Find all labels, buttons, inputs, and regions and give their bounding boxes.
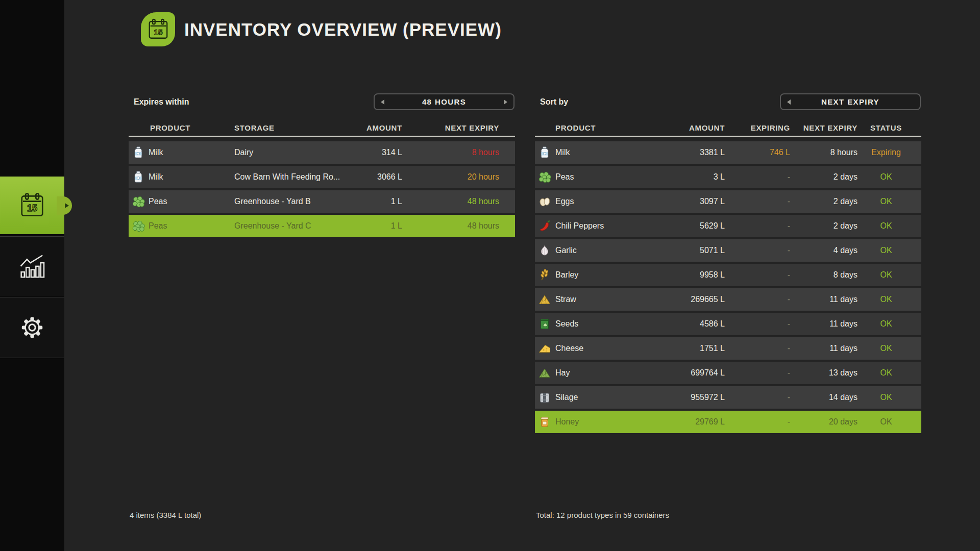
straw-icon — [538, 293, 551, 306]
expiring-value: - — [788, 386, 790, 409]
product-row-silage[interactable]: Silage955972 L-14 daysOK — [535, 386, 921, 409]
product-name: Garlic — [555, 239, 577, 262]
amount-value: 9958 L — [700, 264, 725, 286]
expiry-table-header: PRODUCTSTORAGEAMOUNTNEXT EXPIRY — [129, 122, 515, 134]
expiry-row-milk[interactable]: MilkCow Barn With Feeding Ro...3066 L20 … — [129, 166, 515, 188]
amount-value: 269665 L — [691, 288, 725, 311]
expiring-value: - — [788, 313, 790, 335]
product-row-eggs[interactable]: Eggs3097 L-2 daysOK — [535, 190, 921, 213]
next-expiry-value: 20 hours — [468, 166, 499, 188]
status-badge: OK — [866, 362, 906, 384]
next-expiry-value: 8 hours — [830, 141, 857, 164]
product-name: Silage — [555, 386, 578, 409]
calendar-icon: 15 — [18, 192, 46, 219]
product-name: Straw — [555, 288, 576, 311]
column-header-status: STATUS — [866, 122, 906, 134]
product-row-seeds[interactable]: Seeds4586 L-11 daysOK — [535, 313, 921, 335]
column-header-amount: AMOUNT — [366, 122, 402, 134]
next-expiry-value: 11 days — [829, 288, 857, 311]
expiry-row-peas[interactable]: PeasGreenhouse - Yard C1 L48 hours — [129, 215, 515, 237]
sidebar: 15 — [0, 0, 64, 551]
sort-by-selector[interactable]: NEXT EXPIRY — [780, 93, 921, 110]
status-badge: OK — [866, 337, 906, 360]
column-header-amount: AMOUNT — [689, 122, 725, 134]
storage-name: Greenhouse - Yard C — [234, 215, 311, 237]
expires-within-selector[interactable]: 48 HOURS — [374, 93, 514, 110]
status-badge: OK — [866, 166, 906, 188]
amount-value: 1 L — [391, 190, 402, 213]
product-name: Chili Peppers — [555, 215, 604, 237]
product-row-cheese[interactable]: Cheese1751 L-11 daysOK — [535, 337, 921, 360]
expiry-table-summary: 4 items (3384 L total) — [130, 511, 201, 519]
product-row-honey[interactable]: Honey29769 L-20 daysOK — [535, 411, 921, 433]
product-row-garlic[interactable]: Garlic5071 L-4 daysOK — [535, 239, 921, 262]
expires-within-label: Expires within — [134, 93, 189, 110]
selector-prev-icon[interactable] — [787, 99, 791, 105]
peas-icon — [132, 219, 145, 233]
status-badge: OK — [866, 313, 906, 335]
sidebar-tab-statistics[interactable] — [0, 236, 64, 296]
next-expiry-value: 8 hours — [472, 141, 499, 164]
amount-value: 3 L — [714, 166, 725, 188]
expiring-value: - — [788, 288, 790, 311]
silage-icon — [538, 391, 551, 404]
expiry-row-milk[interactable]: MilkDairy314 L8 hours — [129, 141, 515, 164]
expiring-value: - — [788, 337, 790, 360]
product-row-peas[interactable]: Peas3 L-2 daysOK — [535, 166, 921, 188]
product-name: Hay — [555, 362, 570, 384]
amount-value: 3097 L — [700, 190, 725, 213]
next-expiry-value: 2 days — [834, 215, 857, 237]
products-table-summary: Total: 12 product types in 59 containers — [536, 511, 669, 519]
product-name: Milk — [555, 141, 570, 164]
product-row-milk[interactable]: Milk3381 L746 L8 hoursExpiring — [535, 141, 921, 164]
next-expiry-value: 2 days — [834, 166, 857, 188]
header-divider — [535, 136, 921, 137]
next-expiry-value: 14 days — [829, 386, 857, 409]
honey-icon — [538, 415, 551, 429]
next-expiry-value: 48 hours — [468, 190, 499, 213]
next-expiry-value: 48 hours — [468, 215, 499, 237]
amount-value: 1751 L — [700, 337, 725, 360]
expiring-value: - — [788, 362, 790, 384]
column-header-next-expiry: NEXT EXPIRY — [803, 122, 857, 134]
gear-icon — [18, 314, 46, 341]
products-table-header: PRODUCTAMOUNTEXPIRINGNEXT EXPIRYSTATUS — [535, 122, 921, 134]
expires-within-row: Expires within 48 HOURS — [129, 93, 515, 110]
storage-name: Cow Barn With Feeding Ro... — [234, 166, 340, 188]
svg-text:15: 15 — [27, 203, 37, 213]
expiry-row-peas[interactable]: PeasGreenhouse - Yard B1 L48 hours — [129, 190, 515, 213]
product-row-barley[interactable]: Barley9958 L-8 daysOK — [535, 264, 921, 286]
status-badge: OK — [866, 288, 906, 311]
amount-value: 955972 L — [691, 386, 725, 409]
amount-value: 3066 L — [377, 166, 402, 188]
sort-by-label: Sort by — [540, 93, 568, 110]
product-row-straw[interactable]: Straw269665 L-11 daysOK — [535, 288, 921, 311]
active-tab-arrow-icon — [65, 203, 69, 208]
products-panel: Sort by NEXT EXPIRY PRODUCTAMOUNTEXPIRIN… — [535, 0, 921, 551]
status-badge: OK — [866, 239, 906, 262]
chili-icon — [538, 219, 551, 233]
product-name: Peas — [149, 215, 167, 237]
column-header-next-expiry: NEXT EXPIRY — [445, 122, 499, 134]
product-row-hay[interactable]: Hay699764 L-13 daysOK — [535, 362, 921, 384]
selector-next-icon[interactable] — [504, 99, 507, 105]
amount-value: 4586 L — [700, 313, 725, 335]
column-header-product: PRODUCT — [150, 122, 190, 134]
expiring-value: - — [788, 239, 790, 262]
next-expiry-value: 13 days — [829, 362, 857, 384]
amount-value: 29769 L — [695, 411, 725, 433]
column-header-storage: STORAGE — [234, 122, 275, 134]
status-badge: OK — [866, 215, 906, 237]
expiring-value: - — [788, 190, 790, 213]
amount-value: 1 L — [391, 215, 402, 237]
selector-prev-icon[interactable] — [381, 99, 384, 105]
product-row-chili-peppers[interactable]: Chili Peppers5629 L-2 daysOK — [535, 215, 921, 237]
product-name: Milk — [149, 141, 163, 164]
inventory-overview-screen: 15 15 INVENTORY OVERVIEW (PREVIEW) Expir… — [0, 0, 980, 551]
product-name: Peas — [149, 190, 167, 213]
sidebar-tab-settings[interactable] — [0, 297, 64, 358]
amount-value: 5071 L — [700, 239, 725, 262]
product-name: Cheese — [555, 337, 583, 360]
sidebar-tab-inventory[interactable]: 15 — [0, 177, 64, 234]
next-expiry-value: 11 days — [829, 313, 857, 335]
